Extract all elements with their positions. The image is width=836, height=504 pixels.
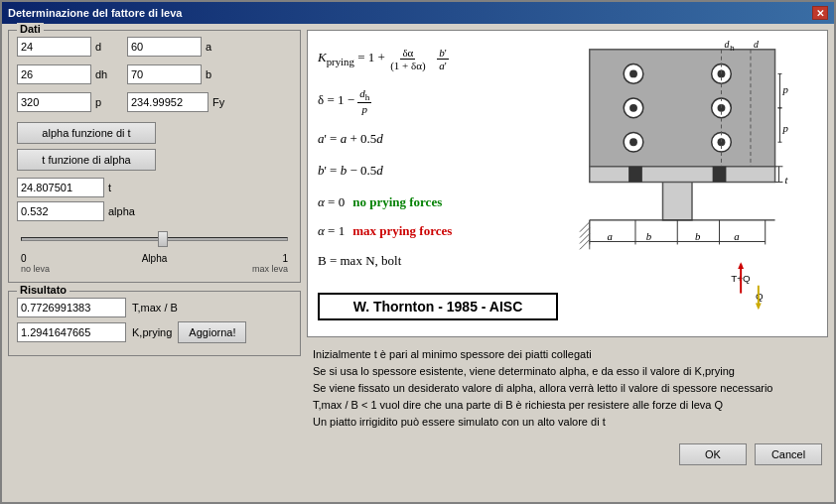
risultato-label: Risultato bbox=[17, 284, 70, 296]
svg-text:a: a bbox=[607, 230, 612, 242]
d-label: d bbox=[95, 41, 115, 53]
delta-formula: δ = 1 − dh p bbox=[318, 92, 371, 107]
info-line-5: Un piatto irrigidito può essere simulato… bbox=[313, 414, 822, 431]
formula-image: Kprying = 1 + δα (1 + δα) b' a' bbox=[307, 30, 828, 337]
svg-text:t: t bbox=[784, 174, 788, 186]
fy-row: Fy bbox=[127, 92, 232, 112]
ok-button[interactable]: OK bbox=[679, 443, 747, 465]
thornton-box: W. Thornton - 1985 - AISC bbox=[318, 293, 558, 320]
bottom-buttons: OK Cancel bbox=[307, 440, 828, 469]
info-text-area: Inizialmente t è pari al minimo spessore… bbox=[307, 342, 828, 435]
close-button[interactable]: ✕ bbox=[812, 6, 828, 20]
svg-text:Q: Q bbox=[755, 291, 763, 302]
svg-rect-32 bbox=[628, 167, 642, 183]
dati-columns: d dh p bbox=[17, 37, 292, 116]
window-title: Determinazione del fattore di leva bbox=[8, 7, 182, 19]
svg-rect-27 bbox=[589, 167, 774, 183]
dati-col-right: a b Fy bbox=[127, 37, 232, 116]
dh-row: dh bbox=[17, 64, 115, 84]
main-content: Dati d dh p bbox=[2, 24, 834, 502]
info-line-3: Se viene fissato un desiderato valore di… bbox=[313, 380, 822, 397]
tmax-label: T,max / B bbox=[132, 302, 178, 314]
kprying-formula: Kprying = 1 + δα (1 + δα) b' a' bbox=[318, 50, 449, 64]
svg-line-57 bbox=[579, 234, 589, 244]
svg-text:b: b bbox=[645, 230, 651, 242]
svg-text:d: d bbox=[724, 40, 729, 50]
slider-max: 1 bbox=[282, 253, 288, 264]
svg-line-56 bbox=[579, 228, 589, 238]
svg-text:p: p bbox=[781, 122, 788, 134]
t-funzione-alpha-button[interactable]: t funzione di alpha bbox=[17, 149, 156, 171]
svg-text:p: p bbox=[781, 83, 788, 95]
p-input[interactable] bbox=[17, 92, 91, 112]
t-input[interactable] bbox=[17, 178, 104, 197]
no-prying-label: no prying forces bbox=[352, 194, 442, 210]
alpha-row: alpha bbox=[17, 201, 292, 221]
a-label: a bbox=[206, 41, 225, 53]
titlebar: Determinazione del fattore di leva ✕ bbox=[2, 2, 834, 24]
svg-point-10 bbox=[629, 138, 637, 146]
b-formula: B = max N, bolt bbox=[318, 253, 401, 268]
cancel-button[interactable]: Cancel bbox=[755, 443, 822, 465]
info-line-1: Inizialmente t è pari al minimo spessore… bbox=[313, 346, 822, 363]
tmax-row: T,max / B bbox=[17, 298, 292, 317]
slider-alpha-label: Alpha bbox=[142, 253, 168, 264]
info-line-4: T,max / B < 1 vuol dire che una parte di… bbox=[313, 397, 822, 414]
t-row: t bbox=[17, 178, 292, 197]
slider-min: 0 bbox=[21, 253, 27, 264]
dh-input[interactable] bbox=[17, 64, 91, 84]
dati-col-left: d dh p bbox=[17, 37, 115, 116]
structural-diagram: d h d p p bbox=[578, 40, 806, 327]
alpha0-formula: α = 0 bbox=[318, 194, 345, 210]
b-label: b bbox=[206, 68, 225, 80]
formula-left: Kprying = 1 + δα (1 + δα) b' a' bbox=[314, 37, 562, 330]
svg-point-2 bbox=[629, 69, 637, 77]
svg-text:h: h bbox=[730, 44, 734, 53]
kprying-label: K,prying bbox=[132, 326, 172, 338]
svg-text:b: b bbox=[694, 230, 700, 242]
t-label: t bbox=[108, 182, 128, 193]
p-label: p bbox=[95, 96, 115, 108]
dh-label: dh bbox=[95, 68, 115, 80]
alpha-funzione-t-button[interactable]: alpha funzione di t bbox=[17, 122, 156, 144]
thornton-text: W. Thornton - 1985 - AISC bbox=[353, 299, 523, 315]
slider-noleva: no leva bbox=[21, 264, 50, 274]
slider-maxleva: max leva bbox=[252, 264, 288, 274]
dati-group: Dati d dh p bbox=[8, 30, 301, 283]
svg-rect-33 bbox=[712, 167, 726, 183]
svg-point-6 bbox=[629, 104, 637, 112]
svg-rect-0 bbox=[589, 50, 774, 167]
bprime-formula: b' = b − 0.5d bbox=[318, 163, 383, 178]
aprime-formula: a' = a + 0.5d bbox=[318, 131, 383, 146]
left-panel: Dati d dh p bbox=[8, 30, 301, 496]
risultato-group: Risultato T,max / B K,prying Aggiorna! bbox=[8, 291, 301, 356]
fy-label: Fy bbox=[212, 96, 232, 108]
right-panel: Kprying = 1 + δα (1 + δα) b' a' bbox=[307, 30, 828, 496]
svg-marker-50 bbox=[738, 262, 744, 269]
info-line-2: Se si usa lo spessore esistente, viene d… bbox=[313, 363, 822, 380]
alpha-input[interactable] bbox=[17, 201, 104, 221]
diagram-area: d h d p p bbox=[562, 37, 821, 330]
a-input[interactable] bbox=[127, 37, 202, 57]
svg-line-55 bbox=[579, 222, 589, 232]
aggiorna-button[interactable]: Aggiorna! bbox=[178, 321, 246, 343]
b-input[interactable] bbox=[127, 64, 202, 84]
svg-text:a: a bbox=[734, 230, 739, 242]
kprying-input[interactable] bbox=[17, 322, 126, 342]
d-row: d bbox=[17, 37, 115, 57]
svg-line-58 bbox=[579, 240, 589, 250]
b-row: b bbox=[127, 64, 232, 84]
main-window: Determinazione del fattore di leva ✕ Dat… bbox=[0, 0, 836, 504]
d-input[interactable] bbox=[17, 37, 91, 57]
max-prying-label: max prying forces bbox=[352, 223, 452, 239]
p-row: p bbox=[17, 92, 115, 112]
kprying-row: K,prying Aggiorna! bbox=[17, 321, 292, 343]
tmax-input[interactable] bbox=[17, 298, 126, 317]
svg-marker-53 bbox=[755, 303, 761, 310]
svg-text:d: d bbox=[753, 40, 758, 50]
slider-container: 0 Alpha 1 no leva max leva bbox=[17, 229, 292, 274]
fy-input[interactable] bbox=[127, 92, 209, 112]
dati-label: Dati bbox=[17, 23, 44, 35]
alpha1-formula: α = 1 bbox=[318, 223, 345, 239]
alpha-label: alpha bbox=[108, 205, 135, 217]
